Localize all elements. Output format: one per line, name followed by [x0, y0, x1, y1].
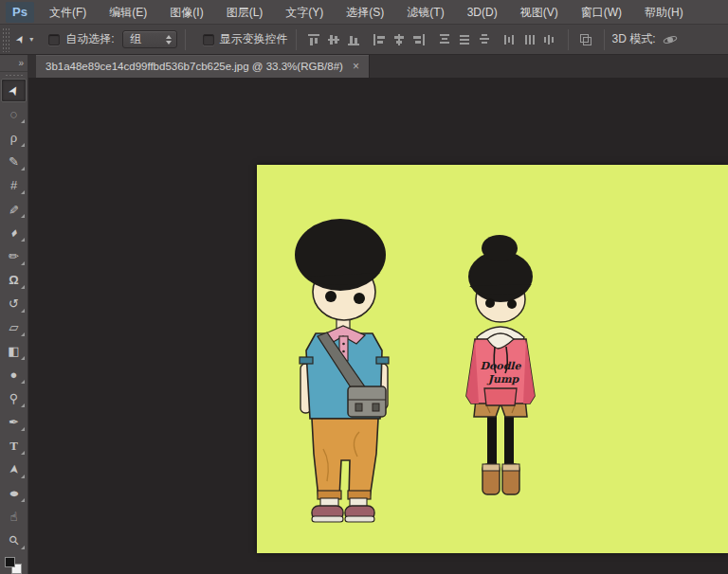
ellipse-shape-tool-icon: ●	[9, 487, 20, 499]
eyedropper-tool-icon: ✐	[9, 203, 19, 215]
type-tool-icon: T	[9, 439, 18, 452]
double-arrow-icon: »	[18, 58, 24, 68]
lasso-tool[interactable]: ρ	[0, 126, 27, 150]
tab-close-icon[interactable]: ×	[353, 60, 359, 73]
eyedropper-tool[interactable]: ✐	[0, 197, 27, 221]
menu-filter[interactable]: 滤镜(T)	[395, 0, 455, 25]
align-bottom-edges-icon[interactable]	[345, 31, 363, 48]
clone-stamp-tool-icon: Ω	[9, 274, 18, 286]
quick-selection-tool-icon: ✎	[9, 155, 19, 168]
3d-orbit-icon[interactable]	[662, 31, 680, 48]
hand-tool[interactable]: ☝	[0, 505, 27, 529]
distribute-left-edges-icon[interactable]	[501, 31, 519, 48]
brush-tool[interactable]: ✏	[0, 244, 27, 268]
auto-select-target-dropdown[interactable]: 组	[122, 30, 177, 48]
align-buttons	[304, 31, 560, 48]
collapse-panel-button[interactable]: »	[0, 55, 27, 72]
current-tool-preset[interactable]: ➤ ▾	[16, 33, 33, 45]
menu-3d[interactable]: 3D(D)	[456, 0, 509, 25]
menu-select[interactable]: 选择(S)	[335, 0, 395, 25]
menu-layer[interactable]: 图层(L)	[215, 0, 275, 25]
menu-type[interactable]: 文字(Y)	[274, 0, 335, 25]
quick-selection-tool[interactable]: ✎	[0, 150, 27, 173]
eraser-tool-icon: ▱	[9, 321, 19, 333]
auto-select-target-value: 组	[131, 31, 142, 47]
blur-tool[interactable]: ●	[0, 363, 27, 386]
align-top-edges-icon[interactable]	[305, 31, 323, 48]
marquee-tool-icon: ◌	[10, 108, 18, 120]
pen-tool[interactable]: ✒	[0, 410, 27, 434]
crop-tool[interactable]: #	[0, 173, 27, 197]
brush-tool-icon: ✏	[9, 250, 19, 262]
zoom-tool[interactable]: ⚲	[0, 529, 27, 552]
separator	[185, 29, 186, 50]
tool-preset-caret-icon: ▾	[29, 35, 33, 44]
canvas-workspace: Doodle Jump	[28, 78, 728, 574]
eraser-tool[interactable]: ▱	[0, 315, 27, 339]
document-tab[interactable]: 3b1a48e89ce14cd99ffbd536b7cb625e.jpg @ 3…	[36, 55, 370, 78]
history-brush-tool[interactable]: ↺	[0, 292, 27, 315]
distribute-horizontal-centers-icon[interactable]	[521, 31, 539, 48]
photoshop-logo-icon: Ps	[6, 2, 34, 23]
tool-options-bar: ➤ ▾ 自动选择: 组 显示变换控件 3D 模式:	[0, 25, 728, 55]
dodge-tool-icon: ⚲	[9, 392, 19, 404]
blur-tool-icon: ●	[10, 368, 18, 381]
move-tool-icon: ➤	[13, 32, 28, 45]
hand-tool-icon: ☝	[10, 511, 18, 523]
menu-file[interactable]: 文件(F)	[38, 0, 98, 25]
distribute-bottom-edges-icon[interactable]	[476, 31, 494, 48]
menu-window[interactable]: 窗口(W)	[570, 0, 633, 25]
clone-stamp-tool[interactable]: Ω	[0, 268, 27, 292]
document-tab-bar: 3b1a48e89ce14cd99ffbd536b7cb625e.jpg @ 3…	[28, 55, 728, 78]
zoom-tool-icon: ⚲	[7, 533, 22, 548]
lasso-tool-icon: ρ	[10, 132, 17, 144]
menu-items: 文件(F)编辑(E)图像(I)图层(L)文字(Y)选择(S)滤镜(T)3D(D)…	[38, 0, 695, 25]
distribute-vertical-centers-icon[interactable]	[456, 31, 474, 48]
dodge-tool[interactable]: ⚲	[0, 386, 27, 410]
separator	[604, 29, 605, 50]
gradient-tool-icon: ◧	[8, 345, 19, 357]
hoodie-text-line1: Doodle	[480, 360, 521, 372]
crop-tool-icon: #	[10, 179, 17, 191]
gradient-tool[interactable]: ◧	[0, 339, 27, 363]
tools-panel-grip[interactable]	[5, 74, 23, 78]
align-left-edges-icon[interactable]	[371, 31, 389, 48]
tool-list: ➤◌ρ✎#✐▰✏Ω↺▱◧●⚲✒T➤●☝⚲	[0, 79, 27, 552]
foreground-color-swatch[interactable]	[5, 557, 15, 567]
move-tool-icon: ➤	[6, 83, 22, 99]
hoodie-text-line2: Jump	[486, 373, 520, 386]
ellipse-shape-tool[interactable]: ●	[0, 481, 27, 505]
path-selection-tool-icon: ➤	[8, 464, 21, 475]
menu-edit[interactable]: 编辑(E)	[98, 0, 158, 25]
options-bar-grip[interactable]	[2, 27, 10, 52]
history-brush-tool-icon: ↺	[9, 297, 19, 310]
auto-select-checkbox[interactable]	[48, 34, 60, 45]
distribute-right-edges-icon[interactable]	[541, 31, 559, 48]
tools-panel: » ➤◌ρ✎#✐▰✏Ω↺▱◧●⚲✒T➤●☝⚲	[0, 55, 28, 574]
menu-help[interactable]: 帮助(H)	[633, 0, 695, 25]
photoshop-window: { "app": { "logo": "Ps" }, "menubar": { …	[0, 0, 728, 574]
menu-image[interactable]: 图像(I)	[158, 0, 214, 25]
path-selection-tool[interactable]: ➤	[0, 457, 27, 481]
show-transform-controls-checkbox[interactable]	[203, 34, 214, 45]
artwork-illustration: Doodle Jump	[257, 165, 728, 553]
align-right-edges-icon[interactable]	[410, 31, 428, 48]
auto-align-layers-icon[interactable]	[577, 31, 595, 48]
separator	[296, 29, 297, 50]
align-vertical-centers-icon[interactable]	[325, 31, 343, 48]
canvas-image[interactable]: Doodle Jump	[257, 165, 728, 553]
color-swatches[interactable]	[0, 554, 27, 574]
type-tool[interactable]: T	[0, 434, 27, 457]
healing-brush-tool[interactable]: ▰	[0, 221, 27, 244]
pen-tool-icon: ✒	[9, 416, 19, 428]
auto-select-label: 自动选择:	[65, 31, 114, 47]
separator	[568, 29, 569, 50]
move-tool[interactable]: ➤	[1, 79, 27, 102]
menu-bar: Ps 文件(F)编辑(E)图像(I)图层(L)文字(Y)选择(S)滤镜(T)3D…	[0, 0, 728, 25]
healing-brush-tool-icon: ▰	[8, 226, 20, 239]
marquee-tool[interactable]: ◌	[0, 102, 27, 126]
3d-mode-label: 3D 模式:	[612, 31, 656, 47]
menu-view[interactable]: 视图(V)	[509, 0, 570, 25]
distribute-top-edges-icon[interactable]	[436, 31, 454, 48]
align-horizontal-centers-icon[interactable]	[391, 31, 409, 48]
